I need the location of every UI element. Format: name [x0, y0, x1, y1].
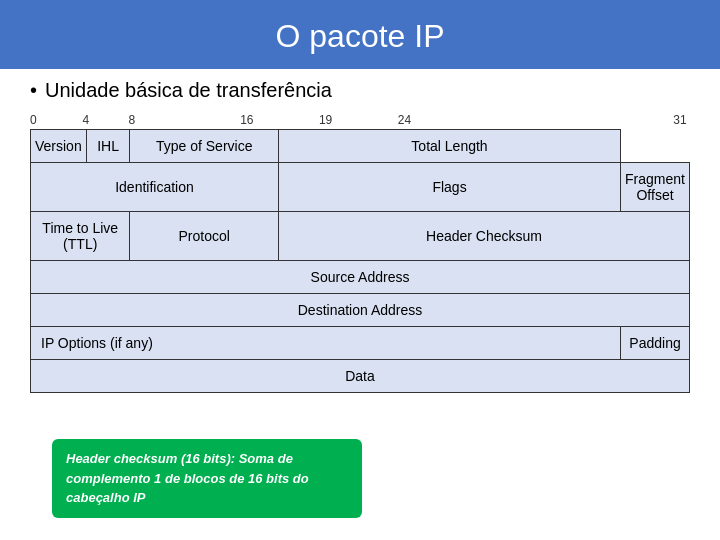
ruler-24: 24 [398, 113, 411, 127]
flags-cell: Flags [278, 163, 620, 212]
source-address-cell: Source Address [31, 261, 690, 294]
subtitle: • Unidade básica de transferência [0, 69, 720, 110]
ip-options-cell: IP Options (if any) [31, 327, 621, 360]
header-checksum-cell: Header Checksum [278, 212, 689, 261]
table-row: Identification Flags Fragment Offset [31, 163, 690, 212]
subtitle-text: Unidade básica de transferência [45, 79, 332, 102]
identification-cell: Identification [31, 163, 279, 212]
ruler-16: 16 [240, 113, 253, 127]
tooltip-box: Header checksum (16 bits): Soma de compl… [52, 439, 362, 518]
packet-structure: Version IHL Type of Service Total Length… [30, 129, 690, 393]
ip-packet-table: Version IHL Type of Service Total Length… [30, 129, 690, 393]
ihl-cell: IHL [86, 130, 130, 163]
protocol-cell: Protocol [130, 212, 279, 261]
ruler: 0 4 8 16 19 24 31 [30, 110, 690, 128]
tooltip-text: Header checksum (16 bits): Soma de compl… [66, 451, 309, 505]
ruler-31: 31 [673, 113, 686, 127]
ruler-8: 8 [128, 113, 135, 127]
type-of-service-cell: Type of Service [130, 130, 279, 163]
bullet: • [30, 79, 37, 102]
padding-cell: Padding [621, 327, 690, 360]
table-row: Data [31, 360, 690, 393]
total-length-cell: Total Length [278, 130, 620, 163]
content-area: 0 4 8 16 19 24 31 Version IHL Type of Se… [0, 110, 720, 393]
ruler-0: 0 [30, 113, 37, 127]
page-title: O pacote IP [276, 18, 445, 54]
table-row: Source Address [31, 261, 690, 294]
table-row: Destination Address [31, 294, 690, 327]
version-cell: Version [31, 130, 87, 163]
ttl-cell: Time to Live (TTL) [31, 212, 130, 261]
table-row: Time to Live (TTL) Protocol Header Check… [31, 212, 690, 261]
ruler-4: 4 [83, 113, 90, 127]
table-row: IP Options (if any) Padding [31, 327, 690, 360]
header: O pacote IP [0, 0, 720, 69]
data-cell: Data [31, 360, 690, 393]
fragment-offset-cell: Fragment Offset [621, 163, 690, 212]
table-row: Version IHL Type of Service Total Length [31, 130, 690, 163]
ruler-19: 19 [319, 113, 332, 127]
destination-address-cell: Destination Address [31, 294, 690, 327]
